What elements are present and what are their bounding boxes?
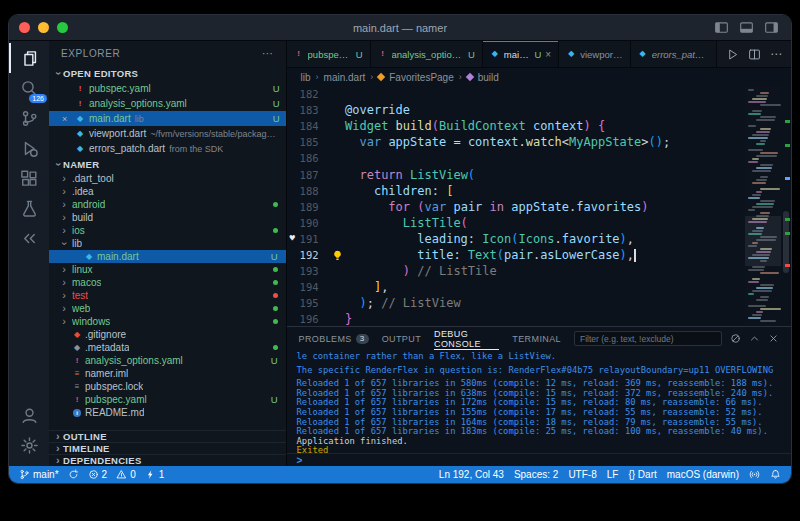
code-line-188[interactable]: 188 children: [	[287, 183, 745, 199]
tree-item-lib[interactable]: ›lib	[49, 237, 286, 250]
section-timeline[interactable]: ›TIMELINE	[49, 442, 286, 454]
status-indentation[interactable]: Spaces: 2	[514, 469, 558, 480]
status-notifications[interactable]	[770, 469, 781, 480]
status-language-mode[interactable]: {} Dart	[628, 469, 656, 480]
code-line-195[interactable]: 195 ); // ListView	[287, 295, 745, 311]
open-editor-main.dart[interactable]: ×◆main.dartlibU	[49, 111, 286, 126]
tree-item-build[interactable]: ›build	[49, 211, 286, 224]
zoom-window-button[interactable]	[57, 22, 68, 33]
open-editors-header[interactable]: › OPEN EDITORS	[49, 65, 286, 81]
status-cursor-position[interactable]: Ln 192, Col 43	[439, 469, 504, 480]
tree-item-.dart_tool[interactable]: ›.dart_tool	[49, 172, 286, 185]
code-line-191[interactable]: 191♥ leading: Icon(Icons.favorite),	[287, 231, 745, 247]
code-line-183[interactable]: 183 @override	[287, 102, 745, 118]
toggle-panel-icon[interactable]	[739, 20, 754, 35]
toggle-primary-sidebar-icon[interactable]	[714, 20, 729, 35]
minimap[interactable]	[745, 86, 781, 326]
project-root-header[interactable]: › NAMER	[49, 156, 286, 172]
close-panel-icon[interactable]	[768, 333, 779, 344]
status-flash[interactable]: 1	[145, 469, 165, 480]
source-control-icon[interactable]	[9, 103, 49, 133]
code-line-194[interactable]: 194 ],	[287, 279, 745, 295]
title-bar[interactable]: main.dart — namer	[9, 15, 791, 41]
tree-item-main.dart[interactable]: ◆main.dartU	[49, 250, 286, 263]
run-and-debug-icon[interactable]	[9, 133, 49, 163]
section-dependencies[interactable]: ›DEPENDENCIES	[49, 454, 286, 466]
tree-item-.metadata[interactable]: ◆.metadata	[49, 341, 286, 354]
tree-item-README.md[interactable]: iREADME.md	[49, 406, 286, 419]
tree-item-.gitignore[interactable]: ◆.gitignore	[49, 328, 286, 341]
code-line-182[interactable]: 182	[287, 86, 745, 102]
tab-analysis_options.yaml[interactable]: !analysis_options.yamlU	[371, 41, 483, 67]
account-icon[interactable]	[9, 400, 49, 430]
maximize-panel-icon[interactable]	[749, 333, 760, 344]
flutter-outline-icon[interactable]	[9, 223, 49, 253]
tree-item-android[interactable]: ›android	[49, 198, 286, 211]
run-button[interactable]	[726, 48, 739, 61]
status-errors[interactable]: 2	[88, 469, 108, 480]
code-line-192[interactable]: 192 title: Text(pair.asLowerCase),	[287, 247, 745, 263]
open-editor-pubspec.yaml[interactable]: !pubspec.yamlU	[49, 81, 286, 96]
lightbulb-icon[interactable]	[333, 250, 342, 264]
tab-errors_patch.dart[interactable]: ◆errors_patch.dart	[631, 41, 717, 67]
more-actions-icon[interactable]: ⋯	[262, 47, 274, 60]
code-line-186[interactable]: 186	[287, 150, 745, 166]
code-line-193[interactable]: 193 ) // ListTile	[287, 263, 745, 279]
code-line-184[interactable]: 184 Widget build(BuildContext context) {	[287, 118, 745, 134]
status-sync[interactable]	[68, 469, 79, 480]
tree-item-windows[interactable]: ›windows	[49, 315, 286, 328]
clear-console-icon[interactable]	[730, 333, 741, 344]
code-line-189[interactable]: 189 for (var pair in appState.favorites)	[287, 199, 745, 215]
breadcrumb-item[interactable]: build	[478, 72, 499, 83]
tree-item-namer.iml[interactable]: ≡namer.iml	[49, 367, 286, 380]
close-window-button[interactable]	[19, 22, 30, 33]
search-icon[interactable]: 126	[9, 73, 49, 103]
tree-item-pubspec.yaml[interactable]: !pubspec.yamlU	[49, 393, 286, 406]
close-icon[interactable]: ×	[545, 49, 551, 60]
code-line-196[interactable]: 196 }	[287, 311, 745, 326]
close-icon[interactable]: ×	[62, 114, 71, 124]
tree-item-web[interactable]: ›web	[49, 302, 286, 315]
split-editor-button[interactable]	[748, 48, 761, 61]
tree-item-linux[interactable]: ›linux	[49, 263, 286, 276]
breadcrumb-item[interactable]: lib	[301, 72, 311, 83]
extensions-icon[interactable]	[9, 163, 49, 193]
tab-viewport.dart[interactable]: ◆viewport.dart	[559, 41, 630, 67]
breadcrumb[interactable]: lib›main.dart›FavoritesPage›build	[287, 68, 791, 86]
breadcrumb-item[interactable]: main.dart	[324, 72, 366, 83]
tree-item-macos[interactable]: ›macos	[49, 276, 286, 289]
minimize-window-button[interactable]	[38, 22, 49, 33]
open-editor-errors_patch.dart[interactable]: ◆errors_patch.dartfrom the SDK	[49, 141, 286, 156]
code-line-185[interactable]: 185 var appState = context.watch<MyAppSt…	[287, 134, 745, 150]
code-area[interactable]: 182183 @override184 Widget build(BuildCo…	[287, 86, 745, 326]
panel-tab-output[interactable]: OUTPUT	[382, 327, 421, 350]
tree-item-.idea[interactable]: ›.idea	[49, 185, 286, 198]
explorer-icon[interactable]	[9, 43, 49, 73]
tree-item-pubspec.lock[interactable]: ≡pubspec.lock	[49, 380, 286, 393]
status-broadcast[interactable]	[749, 469, 760, 480]
status-warnings[interactable]: 0	[116, 469, 136, 480]
status-device-selector[interactable]: macOS (darwin)	[667, 469, 739, 480]
status-encoding[interactable]: UTF-8	[568, 469, 596, 480]
code-line-187[interactable]: 187 return ListView(	[287, 166, 745, 182]
settings-icon[interactable]	[9, 430, 49, 460]
code-editor[interactable]: 182183 @override184 Widget build(BuildCo…	[287, 86, 791, 326]
tree-item-test[interactable]: ›test	[49, 289, 286, 302]
tab-pubspec.yaml[interactable]: !pubspec.yamlU	[287, 41, 371, 67]
filter-input[interactable]	[574, 331, 722, 346]
panel-tab-problems[interactable]: PROBLEMS3	[299, 327, 369, 350]
open-editor-viewport.dart[interactable]: ◆viewport.dart~/fvm/versions/stable/pack…	[49, 126, 286, 141]
section-outline[interactable]: ›OUTLINE	[49, 430, 286, 442]
status-git-branch[interactable]: main*	[19, 469, 59, 480]
panel-tab-debug-console[interactable]: DEBUG CONSOLE	[434, 327, 499, 350]
tab-main.dart[interactable]: ◆main.dartU×	[483, 41, 559, 67]
panel-tab-terminal[interactable]: TERMINAL	[512, 327, 561, 350]
code-line-190[interactable]: 190 ListTile(	[287, 215, 745, 231]
tree-item-analysis_options.yaml[interactable]: !analysis_options.yamlU	[49, 354, 286, 367]
status-eol[interactable]: LF	[607, 469, 619, 480]
tree-item-ios[interactable]: ›ios	[49, 224, 286, 237]
scrollbar[interactable]	[781, 86, 791, 326]
breadcrumb-item[interactable]: FavoritesPage	[389, 72, 453, 83]
debug-console-input[interactable]: >	[287, 453, 791, 466]
toggle-secondary-sidebar-icon[interactable]	[764, 20, 779, 35]
